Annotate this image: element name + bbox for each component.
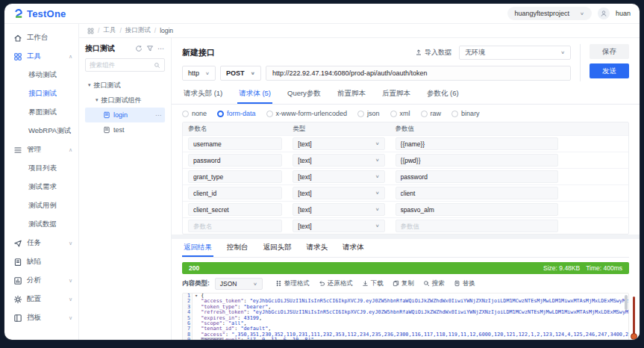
- app-window: TestOne huangyftestproject ∨ huan 工作台工具∧…: [4, 4, 640, 340]
- main-panel: 新建接口 导入数据 无环境 ∨: [172, 38, 640, 340]
- tab-请求头部[interactable]: 请求头部 (1): [182, 84, 224, 104]
- param-name-input[interactable]: [188, 220, 282, 232]
- toolbar-替换[interactable]: 替换: [454, 279, 475, 288]
- breadcrumb-item[interactable]: 接口测试: [125, 26, 151, 35]
- content-type-select[interactable]: JSON ∨: [215, 278, 263, 290]
- url-input[interactable]: [266, 66, 571, 81]
- param-row: [text]∨: [183, 202, 628, 218]
- param-value-input[interactable]: [396, 154, 559, 167]
- breadcrumb-item[interactable]: login: [160, 27, 173, 34]
- more-icon[interactable]: ⋯: [155, 112, 162, 119]
- param-type-select[interactable]: [text]∨: [293, 187, 384, 199]
- toolbar-还原格式[interactable]: 还原格式: [319, 279, 353, 288]
- body-mode-binary[interactable]: binary: [451, 110, 480, 117]
- param-name-input[interactable]: [188, 154, 282, 167]
- tab-前置脚本[interactable]: 前置脚本: [336, 84, 367, 104]
- toolbar-搜索[interactable]: 搜索: [423, 279, 445, 288]
- toolbar-label: 替换: [463, 279, 475, 288]
- tab-Query参数[interactable]: Query参数: [286, 84, 322, 104]
- save-button[interactable]: 保存: [590, 44, 629, 59]
- copy-icon: [393, 280, 399, 288]
- param-type-select[interactable]: [text]∨: [293, 137, 384, 150]
- code-token: "eyJhbGciOiJSUzI1NiIsInR5cCI6IkpXVCJ9.ey…: [253, 310, 628, 315]
- param-name-cell: [183, 185, 287, 201]
- sidebar-item-工作台[interactable]: 工作台: [4, 28, 78, 47]
- param-type-value: [text]: [298, 190, 311, 197]
- tree-node-接口测试组件[interactable]: ▾接口测试组件: [85, 93, 165, 108]
- toolbar-复制[interactable]: 复制: [393, 279, 414, 288]
- sidebar-item-项目列表[interactable]: 项目列表: [4, 159, 78, 178]
- tree-node-接口测试[interactable]: ▾接口测试: [85, 78, 165, 93]
- body-mode-raw[interactable]: raw: [421, 110, 442, 117]
- code-token: :: [222, 321, 228, 326]
- sidebar-item-测试数据[interactable]: 测试数据: [4, 215, 78, 234]
- protocol-select[interactable]: http∨: [182, 66, 216, 81]
- param-value-input[interactable]: [396, 137, 559, 150]
- param-name-input[interactable]: [188, 187, 282, 199]
- sidebar-item-挡板[interactable]: 挡板∨: [4, 308, 78, 327]
- toolbar-整理格式[interactable]: 整理格式: [275, 279, 310, 288]
- breadcrumb-item[interactable]: 工具: [103, 26, 116, 35]
- body-mode-json[interactable]: json: [357, 110, 380, 117]
- sidebar-item-移动测试[interactable]: 移动测试: [4, 66, 78, 84]
- param-type-select[interactable]: [text]∨: [293, 220, 384, 232]
- tab-后置脚本[interactable]: 后置脚本: [381, 84, 412, 104]
- filter-icon[interactable]: [146, 45, 154, 52]
- param-type-select[interactable]: [text]∨: [293, 170, 384, 183]
- sidebar-item-分析[interactable]: 分析∨: [4, 271, 78, 290]
- code-token: [195, 326, 201, 332]
- scroll-indicator[interactable]: [631, 296, 637, 340]
- param-type-cell: [text]∨: [287, 169, 390, 184]
- editor-scrollbar[interactable]: [625, 295, 628, 310]
- body-mode-none[interactable]: none: [182, 110, 207, 117]
- body-mode-x-www-form-urlencoded[interactable]: x-www-form-urlencoded: [266, 110, 348, 117]
- body-mode-form-data[interactable]: form-data: [217, 110, 256, 117]
- sync-icon[interactable]: [135, 45, 143, 52]
- sidebar-item-缺陷[interactable]: 缺陷: [4, 252, 78, 271]
- sidebar-item-测试需求[interactable]: 测试需求: [4, 178, 78, 196]
- sidebar-item-工具[interactable]: 工具∧: [4, 47, 78, 66]
- sidebar-item-界面测试[interactable]: 界面测试: [4, 103, 78, 122]
- tree-caret-icon[interactable]: ▾: [96, 97, 99, 103]
- method-select[interactable]: POST∨: [220, 66, 261, 81]
- param-value-input[interactable]: [396, 170, 559, 183]
- param-value-input[interactable]: [396, 220, 559, 232]
- search-input[interactable]: [90, 61, 142, 69]
- component-search[interactable]: [85, 58, 165, 72]
- tree-node-test[interactable]: test: [85, 122, 165, 137]
- param-value-input[interactable]: [396, 187, 559, 199]
- more-icon[interactable]: ⋯: [157, 45, 165, 52]
- chevron-down-icon: ∨: [69, 296, 72, 302]
- tree-caret-icon[interactable]: ▾: [88, 82, 91, 88]
- send-button[interactable]: 发送: [590, 63, 629, 78]
- response-code-editor[interactable]: 1▾ {2 "access_token": "eyJhbGciOiJSUzI1N…: [182, 293, 629, 340]
- sidebar-item-接口测试[interactable]: 接口测试: [4, 84, 78, 103]
- tab-参数化[interactable]: 参数化 (6): [425, 84, 460, 104]
- param-value-input[interactable]: [396, 203, 559, 216]
- sidebar-item-管理[interactable]: 管理∧: [4, 140, 78, 159]
- sidebar-item-任务[interactable]: 任务∨: [4, 234, 78, 252]
- param-type-select[interactable]: [text]∨: [293, 154, 384, 167]
- import-data-button[interactable]: 导入数据: [415, 48, 451, 58]
- param-name-input[interactable]: [188, 203, 282, 216]
- param-name-input[interactable]: [188, 170, 282, 183]
- tree-node-login[interactable]: login⋯: [85, 108, 165, 122]
- response-tab-控制台[interactable]: 控制台: [225, 239, 250, 257]
- body-mode-xml[interactable]: xml: [390, 110, 410, 117]
- response-tab-请求头[interactable]: 请求头: [305, 239, 330, 257]
- response-tab-请求体[interactable]: 请求体: [341, 239, 366, 257]
- toolbar-下载[interactable]: 下载: [362, 279, 384, 288]
- param-type-select[interactable]: [text]∨: [293, 203, 384, 216]
- sidebar-item-测试用例[interactable]: 测试用例: [4, 196, 78, 215]
- response-tab-返回头部[interactable]: 返回头部: [262, 239, 293, 257]
- param-name-input[interactable]: [188, 137, 282, 150]
- avatar[interactable]: [598, 7, 610, 19]
- sidebar-item-WebRPA测试[interactable]: WebRPA测试: [4, 122, 78, 140]
- sidebar-item-配置[interactable]: 配置∨: [4, 290, 78, 308]
- tab-请求体[interactable]: 请求体 (5): [237, 84, 272, 104]
- response-tab-返回结果[interactable]: 返回结果: [182, 239, 213, 257]
- breadcrumb: /工具/接口测试/login: [79, 24, 640, 38]
- param-name-cell: [183, 169, 287, 184]
- environment-select[interactable]: 无环境 ∨: [459, 46, 571, 60]
- project-select[interactable]: huangyftestproject ∨: [507, 7, 592, 20]
